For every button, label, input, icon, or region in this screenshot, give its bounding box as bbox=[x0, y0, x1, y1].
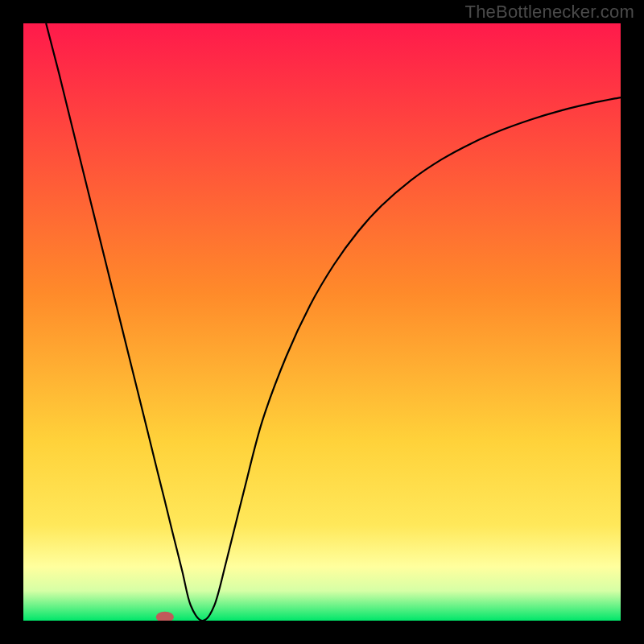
plot-area bbox=[23, 23, 621, 621]
bottleneck-chart-svg bbox=[23, 23, 621, 621]
attribution-text: TheBottlenecker.com bbox=[465, 2, 634, 23]
gradient-background bbox=[23, 23, 621, 621]
chart-frame: TheBottlenecker.com bbox=[0, 0, 644, 644]
